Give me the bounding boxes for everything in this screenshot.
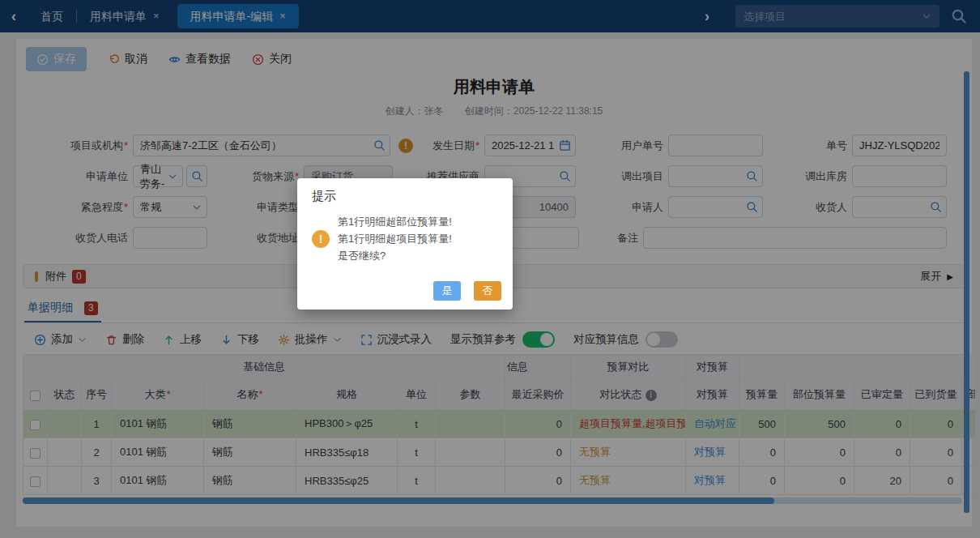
dialog-body: ! 第1行明细超部位预算量! 第1行明细超项目预算量! 是否继续? — [297, 207, 513, 264]
dialog-title: 提示 — [297, 178, 513, 207]
dialog-footer: 是 否 — [433, 281, 501, 301]
confirm-dialog: 提示 ! 第1行明细超部位预算量! 第1行明细超项目预算量! 是否继续? 是 否 — [297, 178, 513, 310]
dialog-line: 是否继续? — [338, 247, 501, 264]
no-button[interactable]: 否 — [474, 281, 501, 301]
yes-button[interactable]: 是 — [433, 281, 461, 301]
dialog-line: 第1行明细超部位预算量! — [338, 213, 501, 230]
dialog-line: 第1行明细超项目预算量! — [338, 230, 501, 247]
warning-icon: ! — [312, 230, 330, 248]
